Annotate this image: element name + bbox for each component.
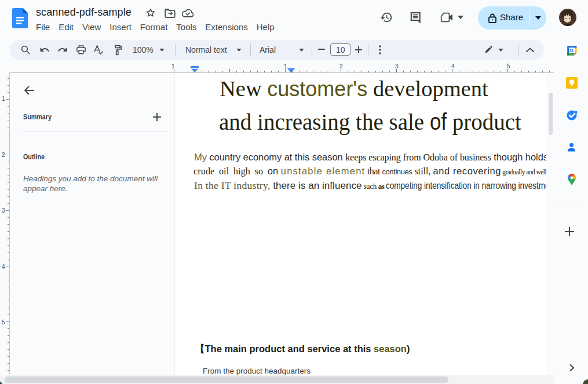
svg-text:31: 31 [569, 48, 574, 53]
